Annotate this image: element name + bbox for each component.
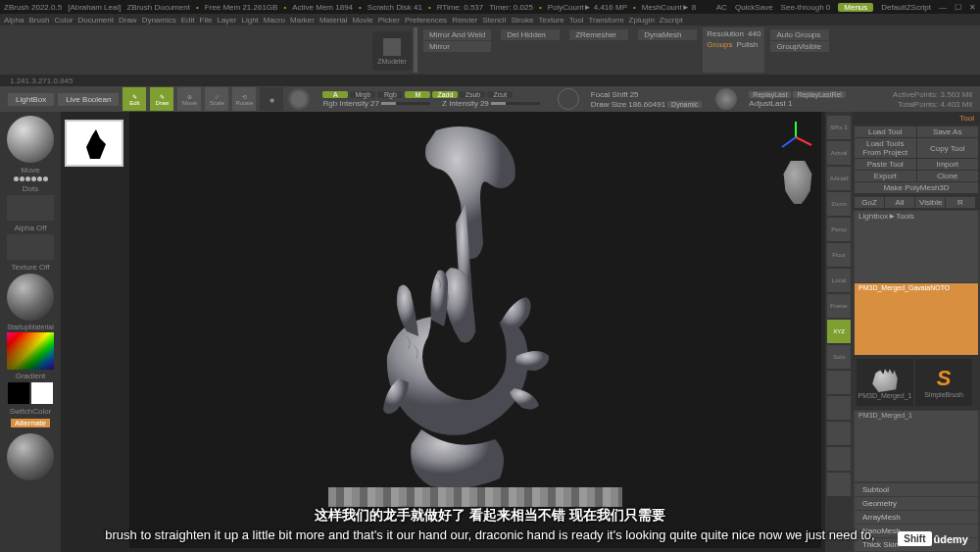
rgb-intensity-slider[interactable] [381,102,430,105]
texture-thumbnail[interactable] [7,234,54,260]
z-intensity-slider[interactable] [491,102,540,105]
autogroups-button[interactable]: Auto Groups [770,29,829,40]
menu-zscript[interactable]: Zscript [660,16,683,25]
seethrough-slider[interactable]: See-through 0 [781,3,831,12]
view-icon-actual[interactable]: Actual [827,141,851,165]
menu-document[interactable]: Document [78,16,114,25]
all-button[interactable]: All [885,197,914,208]
load-tools-from-project-button[interactable]: Load Tools From Project [855,138,916,158]
resolution-value[interactable]: 440 [748,29,760,38]
color-swatch-secondary[interactable] [31,382,53,404]
tool-thumb-primary[interactable]: PM3D_Merged_1 [857,359,913,406]
view-icon-zoom[interactable]: Zoom [827,192,851,216]
polish-toggle[interactable]: Polish [736,40,758,49]
focal-shift-value[interactable]: 25 [630,90,639,99]
zadd-toggle[interactable]: Zadd [432,91,458,98]
menu-macro[interactable]: Macro [264,16,285,25]
menu-dynamics[interactable]: Dynamics [142,16,176,25]
sculptris-icon[interactable] [287,87,311,111]
goz-button[interactable]: GoZ [855,197,884,208]
save-as-button[interactable]: Save As [917,126,979,137]
replaylastrel-button[interactable]: ReplayLastRel [793,91,846,98]
import-button[interactable]: Import [917,159,979,170]
color-picker[interactable] [7,332,54,370]
load-tool-button[interactable]: Load Tool [855,126,916,137]
move-mode-icon[interactable]: ⊕Move [177,87,201,111]
copy-tool-button[interactable]: Copy Tool [917,138,979,158]
groupvisible-button[interactable]: GroupVisible [770,41,829,52]
dynamic-toggle[interactable]: Dynamic [667,101,702,108]
menu-brush[interactable]: Brush [28,16,49,25]
switchcolor-button[interactable]: SwitchColor [10,407,52,416]
draw-size-value[interactable]: 186.60491 [628,100,665,109]
recent-tool[interactable]: PM3D_Merged_1 [855,411,978,482]
a-toggle[interactable]: A [322,91,348,98]
color-swatch-main[interactable] [8,382,29,404]
window-min-icon[interactable]: — [939,3,947,12]
view-icon-floor[interactable]: Floor [827,243,851,267]
edit-mode-icon[interactable]: ✎Edit [122,87,146,111]
menus-button[interactable]: Menus [838,3,873,12]
paste-tool-button[interactable]: Paste Tool [855,159,916,170]
export-button[interactable]: Export [855,171,916,181]
menu-alpha[interactable]: Alpha [4,16,24,25]
view-icon-extra-3[interactable] [827,447,851,471]
lightbox-button[interactable]: LightBox [8,93,54,106]
quicksave-button[interactable]: QuickSave [735,3,773,12]
view-icon-extra-1[interactable] [827,396,851,420]
section-subtool[interactable]: Subtool [855,483,978,496]
gizmo-icon[interactable]: ◉ [260,87,283,111]
menu-texture[interactable]: Texture [539,16,564,25]
zcut-toggle[interactable]: Zcut [487,91,513,98]
mrgb-toggle[interactable]: Mrgb [350,91,375,98]
current-tool-name[interactable]: PM3D_Merged_GavalaNOTO [855,283,978,355]
menu-movie[interactable]: Movie [352,16,372,25]
z-intensity-value[interactable]: 29 [480,99,489,108]
mirror-button[interactable]: Mirror [423,41,491,52]
viewport[interactable] [129,112,821,548]
menu-picker[interactable]: Picker [378,16,400,25]
view-icon-spix3[interactable]: SPix 3 [827,116,851,139]
menu-stroke[interactable]: Stroke [511,16,533,25]
view-icon-extra-2[interactable] [827,422,851,445]
view-icon-extra-0[interactable] [827,371,851,394]
m-toggle[interactable]: M [405,91,430,98]
menu-render[interactable]: Render [452,16,477,25]
tool-thumb-simplebrush[interactable]: S SimpleBrush [915,359,972,406]
view-icon-local[interactable]: Local [827,269,851,292]
make-polymesh3d-button[interactable]: Make PolyMesh3D [855,182,978,193]
view-icon-aahalf[interactable]: AAHalf [827,167,851,190]
view-icon-solo[interactable]: Solo [827,345,851,369]
rgb-toggle[interactable]: Rgb [377,91,403,98]
alpha-thumbnail[interactable] [7,195,54,221]
adjustlast-value[interactable]: AdjustLast 1 [749,99,792,108]
window-close-icon[interactable]: ✕ [969,3,976,12]
axis-gizmo[interactable] [776,118,815,157]
view-icon-persp[interactable]: Persp [827,218,851,241]
default-zscript[interactable]: DefaultZScript [881,3,931,12]
gradient-label[interactable]: Gradient [16,372,46,380]
view-icon-xyz[interactable]: XYZ [827,320,851,343]
camera-head-icon[interactable] [780,161,815,204]
r-button[interactable]: R [946,197,975,208]
secondary-material-thumbnail[interactable] [7,433,54,480]
brush-thumbnail[interactable] [7,116,54,163]
alternate-button[interactable]: Alternate [11,419,50,427]
window-max-icon[interactable]: ☐ [955,3,961,12]
scale-mode-icon[interactable]: ⤢Scale [205,87,228,111]
rotate-mode-icon[interactable]: ⟲Rotate [232,87,256,111]
rgb-intensity-value[interactable]: 27 [370,99,379,108]
menu-stencil[interactable]: Stencil [482,16,506,25]
view-icon-extra-4[interactable] [827,473,851,496]
menu-edit[interactable]: Edit [181,16,195,25]
groups-toggle[interactable]: Groups [707,40,732,49]
dynamesh-button[interactable]: DynaMesh [638,29,697,40]
lightbox-tools-button[interactable]: Lightbox►Tools [855,211,978,282]
clone-button[interactable]: Clone [917,171,979,181]
liveboolean-button[interactable]: Live Boolean [58,93,119,106]
menu-light[interactable]: Light [241,16,258,25]
menu-file[interactable]: File [200,16,213,25]
cursor-size-icon[interactable] [558,88,579,110]
del-hidden-button[interactable]: Del Hidden [501,29,560,40]
zsub-toggle[interactable]: Zsub [460,91,485,98]
